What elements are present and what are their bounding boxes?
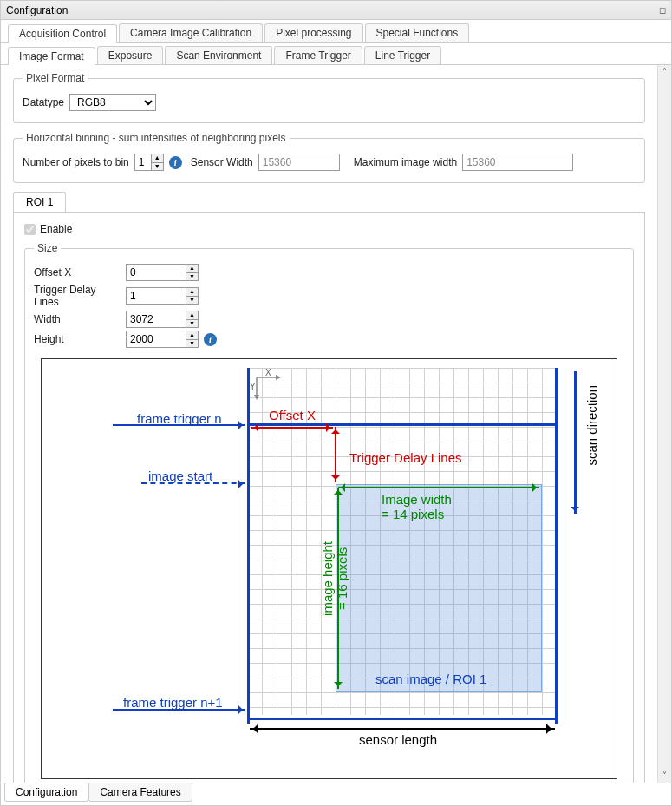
tab-camera-calibration[interactable]: Camera Image Calibration: [119, 23, 263, 42]
spin-up-icon[interactable]: ▲: [186, 288, 198, 296]
axes-indicator: X Y: [250, 369, 283, 404]
spin-down-icon[interactable]: ▼: [186, 296, 198, 304]
trigdelay-spinner[interactable]: ▲▼: [126, 287, 199, 305]
svg-text:X: X: [265, 369, 271, 377]
size-group: Size Offset X ▲▼ Trigger Delay Lines ▲▼: [24, 242, 634, 783]
max-img-width-label: Maximum image width: [354, 156, 457, 168]
image-height-arrow: [337, 488, 339, 689]
sub-tabs: Image Format Exposure Scan Environment F…: [1, 43, 671, 65]
frame-top-line: [247, 423, 558, 426]
svg-text:Y: Y: [250, 382, 256, 391]
size-legend: Size: [34, 242, 61, 254]
trigdelay-label: Trigger Delay Lines: [34, 284, 121, 308]
spin-up-icon[interactable]: ▲: [186, 331, 198, 339]
bottom-tabs: Configuration Camera Features: [1, 783, 671, 805]
offsetx-label: Offset X: [34, 266, 121, 278]
spin-up-icon[interactable]: ▲: [151, 154, 163, 162]
svg-marker-3: [254, 395, 259, 400]
sensor-length-arrow: [250, 728, 555, 730]
subtab-exposure[interactable]: Exposure: [97, 46, 164, 64]
offsetx-input[interactable]: [127, 265, 186, 280]
tab-special-functions[interactable]: Special Functions: [365, 23, 470, 42]
subtab-scan-environment[interactable]: Scan Environment: [165, 46, 272, 64]
num-pixels-label: Number of pixels to bin: [23, 156, 129, 168]
scan-direction-label: scan direction: [584, 385, 599, 466]
image-start-label: image start: [148, 469, 212, 483]
top-tabs: Acquisition Control Camera Image Calibra…: [1, 20, 671, 43]
height-label: Height: [34, 333, 121, 345]
window-title: Configuration: [6, 4, 68, 16]
frame-trigger-n1-arrow: [113, 709, 245, 711]
trigdelay-input[interactable]: [127, 288, 186, 304]
width-spinner[interactable]: ▲▼: [126, 311, 199, 328]
trigger-delay-arrow: [335, 427, 336, 482]
roi-diagram: scan direction X Y frame trigg: [41, 358, 617, 779]
frame-bottom-line: [247, 718, 558, 720]
roi-body: Enable Size Offset X ▲▼ Trigger Delay Li…: [13, 213, 645, 783]
sensor-right-line: [555, 368, 558, 724]
image-height-label: image height= 16 pixels: [320, 541, 349, 616]
titlebar: Configuration ◻: [1, 1, 671, 20]
width-label: Width: [34, 313, 121, 325]
tab-pixel-processing[interactable]: Pixel processing: [264, 23, 362, 42]
pixel-format-group: Pixel Format Datatype RGB8: [13, 72, 645, 123]
undock-icon[interactable]: ◻: [659, 5, 666, 15]
sensor-width-label: Sensor Width: [191, 156, 253, 168]
height-input[interactable]: [127, 331, 186, 347]
enable-checkbox: [24, 224, 36, 235]
config-window: Configuration ◻ Acquisition Control Came…: [0, 0, 672, 806]
trigger-delay-lines-label: Trigger Delay Lines: [349, 450, 462, 465]
vertical-scrollbar[interactable]: ˄ ˅: [657, 65, 671, 783]
spin-down-icon[interactable]: ▼: [186, 319, 198, 327]
width-input[interactable]: [127, 311, 186, 327]
roi-tabs: ROI 1: [13, 192, 645, 213]
spin-down-icon[interactable]: ▼: [186, 339, 198, 347]
binning-legend: Horizontal binning - sum intensities of …: [23, 132, 290, 144]
subtab-image-format[interactable]: Image Format: [8, 47, 95, 65]
spin-up-icon[interactable]: ▲: [186, 265, 198, 272]
scan-direction-arrow: [574, 371, 577, 514]
subtab-line-trigger[interactable]: Line Trigger: [364, 46, 441, 64]
scroll-up-icon[interactable]: ˄: [658, 65, 671, 79]
datatype-label: Datatype: [23, 96, 64, 108]
offset-x-label: Offset X: [269, 408, 316, 423]
spin-down-icon[interactable]: ▼: [186, 272, 198, 280]
offsetx-spinner[interactable]: ▲▼: [126, 264, 199, 281]
scroll-down-icon[interactable]: ˅: [658, 769, 671, 783]
bottom-tab-camera-features[interactable]: Camera Features: [88, 783, 192, 802]
sensor-left-line: [247, 368, 250, 724]
image-start-arrow: [141, 482, 245, 484]
bottom-tab-configuration[interactable]: Configuration: [4, 783, 88, 802]
enable-label: Enable: [40, 223, 72, 235]
subtab-frame-trigger[interactable]: Frame Trigger: [274, 46, 362, 64]
info-icon[interactable]: i: [169, 156, 182, 169]
pixel-format-legend: Pixel Format: [23, 72, 88, 84]
svg-marker-1: [276, 375, 281, 380]
tab-acquisition-control[interactable]: Acquisition Control: [8, 24, 117, 43]
spin-up-icon[interactable]: ▲: [186, 311, 198, 319]
datatype-select[interactable]: RGB8: [69, 94, 156, 111]
frame-trigger-n1-label: frame trigger n+1: [123, 695, 223, 710]
image-width-label: Image width= 14 pixels: [382, 492, 452, 521]
height-spinner[interactable]: ▲▼: [126, 331, 199, 348]
offset-x-arrow: [251, 427, 333, 429]
roi-tab-1[interactable]: ROI 1: [13, 192, 66, 212]
sensor-length-label: sensor length: [359, 732, 437, 747]
sensor-width-field: [258, 154, 340, 171]
num-pixels-spinner[interactable]: ▲▼: [134, 154, 164, 171]
binning-group: Horizontal binning - sum intensities of …: [13, 132, 645, 183]
roi-image-label: scan image / ROI 1: [375, 672, 486, 686]
info-icon[interactable]: i: [204, 333, 217, 346]
content-area: Pixel Format Datatype RGB8 Horizontal bi…: [1, 65, 657, 783]
num-pixels-input[interactable]: [135, 154, 151, 170]
image-width-arrow: [338, 487, 539, 488]
spin-down-icon[interactable]: ▼: [151, 162, 163, 170]
frame-trigger-n-arrow: [113, 424, 245, 426]
max-img-width-field: [462, 154, 573, 171]
